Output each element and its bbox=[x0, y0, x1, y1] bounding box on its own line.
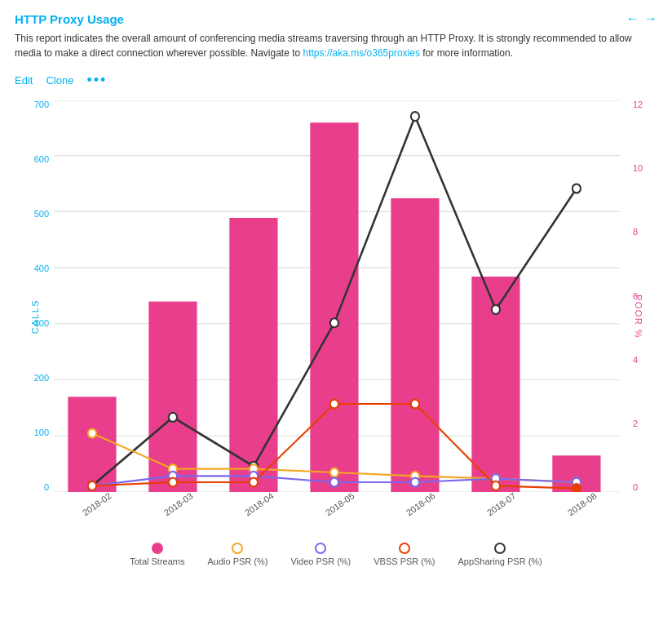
nav-next-button[interactable]: → bbox=[644, 11, 657, 26]
y-right-0: 0 bbox=[633, 483, 638, 492]
y-axis-right-title: POOR % bbox=[634, 295, 643, 339]
legend-item-vbss-psr: VBSS PSR (%) bbox=[374, 543, 435, 566]
dot-appsharing-6 bbox=[492, 305, 500, 314]
clone-button[interactable]: Clone bbox=[46, 74, 73, 86]
dot-audio-1 bbox=[88, 429, 96, 438]
bar-2018-02 bbox=[68, 397, 116, 492]
x-axis-labels: 2018-02 2018-03 2018-04 2018-05 2018-06 … bbox=[54, 500, 620, 510]
nav-arrows: ← → bbox=[626, 11, 657, 26]
bar-2018-06 bbox=[391, 198, 439, 492]
x-label-5: 2018-06 bbox=[405, 490, 437, 517]
bar-2018-05 bbox=[310, 122, 358, 492]
legend-icon-vbss-psr bbox=[399, 543, 410, 554]
y-left-0: 0 bbox=[44, 483, 49, 492]
legend-label-total-streams: Total Streams bbox=[130, 556, 184, 566]
legend-label-appsharing-psr: AppSharing PSR (%) bbox=[458, 556, 542, 566]
dot-appsharing-2 bbox=[169, 413, 177, 422]
y-left-600: 600 bbox=[34, 155, 49, 164]
legend-item-appsharing-psr: AppSharing PSR (%) bbox=[458, 543, 542, 566]
dot-vbss-2 bbox=[169, 478, 177, 487]
nav-prev-button[interactable]: ← bbox=[626, 11, 639, 26]
y-left-200: 200 bbox=[34, 374, 49, 383]
x-label-4: 2018-05 bbox=[323, 490, 356, 517]
y-left-500: 500 bbox=[34, 210, 49, 219]
y-right-10: 10 bbox=[633, 164, 643, 173]
legend: Total Streams Audio PSR (%) Video PSR (%… bbox=[15, 539, 657, 566]
legend-icon-video-psr bbox=[315, 543, 326, 554]
bar-2018-04 bbox=[229, 218, 277, 492]
page-title: HTTP Proxy Usage bbox=[15, 12, 124, 26]
dot-vbss-7 bbox=[573, 484, 581, 492]
more-options-button[interactable]: ••• bbox=[86, 72, 107, 89]
edit-button[interactable]: Edit bbox=[15, 74, 33, 86]
description-link[interactable]: https://aka.ms/o365proxies bbox=[303, 47, 420, 59]
dot-video-4 bbox=[330, 478, 338, 487]
dot-appsharing-7 bbox=[573, 184, 581, 193]
main-container: HTTP Proxy Usage ← → This report indicat… bbox=[0, 0, 672, 574]
toolbar: Edit Clone ••• bbox=[15, 72, 657, 89]
legend-item-total-streams: Total Streams bbox=[130, 543, 184, 566]
y-axis-left: 0 100 200 300 400 500 600 700 bbox=[26, 100, 52, 492]
x-label-2: 2018-03 bbox=[161, 490, 194, 517]
dot-vbss-3 bbox=[250, 478, 258, 487]
x-label-1: 2018-02 bbox=[81, 490, 113, 517]
y-right-8: 8 bbox=[633, 228, 638, 237]
dot-appsharing-5 bbox=[411, 112, 419, 121]
dot-vbss-6 bbox=[492, 481, 500, 490]
legend-label-audio-psr: Audio PSR (%) bbox=[207, 556, 267, 566]
legend-item-video-psr: Video PSR (%) bbox=[290, 543, 351, 566]
legend-icon-appsharing-psr bbox=[494, 543, 506, 554]
legend-label-video-psr: Video PSR (%) bbox=[290, 556, 351, 566]
y-left-300: 300 bbox=[34, 319, 49, 328]
dot-appsharing-4 bbox=[330, 318, 338, 327]
legend-icon-audio-psr bbox=[232, 543, 243, 554]
description: This report indicates the overall amount… bbox=[15, 31, 657, 60]
x-label-6: 2018-07 bbox=[485, 490, 518, 517]
dot-vbss-5 bbox=[411, 400, 419, 409]
y-left-400: 400 bbox=[34, 264, 49, 273]
y-left-700: 700 bbox=[34, 100, 49, 109]
legend-label-vbss-psr: VBSS PSR (%) bbox=[374, 556, 435, 566]
y-right-4: 4 bbox=[633, 356, 638, 365]
dot-vbss-4 bbox=[330, 400, 338, 409]
bar-2018-03 bbox=[148, 302, 197, 492]
y-left-100: 100 bbox=[34, 428, 49, 437]
header-row: HTTP Proxy Usage ← → bbox=[15, 11, 657, 26]
y-right-2: 2 bbox=[633, 419, 638, 428]
chart-svg bbox=[54, 100, 620, 492]
dot-vbss-1 bbox=[88, 481, 96, 490]
dot-audio-4 bbox=[330, 468, 338, 477]
chart-area: CALLS 0 100 200 300 400 500 600 700 0 2 … bbox=[15, 100, 659, 533]
dot-video-5 bbox=[411, 478, 419, 487]
legend-icon-total-streams bbox=[152, 543, 163, 554]
legend-item-audio-psr: Audio PSR (%) bbox=[207, 543, 267, 566]
x-label-7: 2018-08 bbox=[566, 490, 599, 517]
description-text-after: for more information. bbox=[420, 47, 513, 59]
x-label-3: 2018-04 bbox=[242, 490, 275, 517]
y-right-12: 12 bbox=[633, 100, 643, 109]
